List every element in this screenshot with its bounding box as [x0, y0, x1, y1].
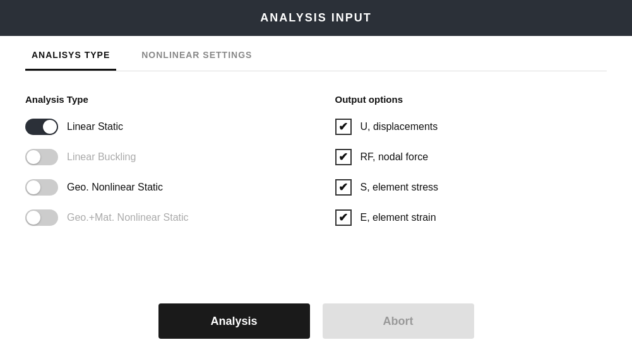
label-geo-mat-nonlinear: Geo.+Mat. Nonlinear Static	[67, 212, 189, 223]
option-linear-buckling[interactable]: Linear Buckling	[25, 149, 297, 165]
dialog-title: ANALYSIS INPUT	[260, 11, 371, 24]
checkbox-u-displacements-box[interactable]: ✔	[335, 119, 352, 135]
toggle-thumb-geo-nonlinear	[27, 180, 40, 194]
dialog: ANALYSIS INPUT ANALISYS TYPE NONLINEAR S…	[0, 0, 632, 364]
tab-analysis-type[interactable]: ANALISYS TYPE	[25, 36, 116, 71]
toggle-linear-static[interactable]	[25, 119, 58, 135]
dialog-header: ANALYSIS INPUT	[0, 0, 632, 36]
checkbox-e-element-strain-box[interactable]: ✔	[335, 209, 352, 226]
tabs: ANALISYS TYPE NONLINEAR SETTINGS	[25, 36, 607, 71]
label-rf-nodal-force: RF, nodal force	[361, 151, 429, 163]
label-linear-buckling: Linear Buckling	[67, 151, 136, 163]
checkmark-rf-nodal-force: ✔	[338, 151, 348, 163]
checkbox-s-element-stress-box[interactable]: ✔	[335, 179, 352, 196]
toggle-thumb-geo-mat-nonlinear	[27, 211, 40, 225]
abort-button[interactable]: Abort	[323, 303, 474, 339]
toggle-thumb-linear-static	[43, 120, 57, 134]
checkbox-u-displacements[interactable]: ✔ U, displacements	[335, 119, 607, 135]
left-panel: Analysis Type Linear Static Linear Buckl…	[25, 94, 297, 285]
right-panel: Output options ✔ U, displacements ✔ RF, …	[335, 94, 607, 285]
checkbox-e-element-strain[interactable]: ✔ E, element strain	[335, 209, 607, 226]
label-u-displacements: U, displacements	[361, 121, 438, 132]
content-area: Analysis Type Linear Static Linear Buckl…	[25, 94, 607, 285]
option-linear-static[interactable]: Linear Static	[25, 119, 297, 135]
button-row: Analysis Abort	[25, 303, 607, 339]
label-s-element-stress: S, element stress	[361, 182, 439, 193]
dialog-body: ANALISYS TYPE NONLINEAR SETTINGS Analysi…	[0, 36, 632, 364]
toggle-geo-nonlinear-static[interactable]	[25, 179, 58, 196]
label-linear-static: Linear Static	[67, 121, 123, 132]
analysis-type-title: Analysis Type	[25, 94, 297, 105]
option-geo-mat-nonlinear[interactable]: Geo.+Mat. Nonlinear Static	[25, 209, 297, 226]
analysis-button[interactable]: Analysis	[158, 303, 310, 339]
checkmark-s-element-stress: ✔	[338, 182, 348, 193]
toggle-thumb-linear-buckling	[27, 150, 40, 164]
checkbox-rf-nodal-force[interactable]: ✔ RF, nodal force	[335, 149, 607, 165]
toggle-linear-buckling[interactable]	[25, 149, 58, 165]
checkbox-rf-nodal-force-box[interactable]: ✔	[335, 149, 352, 165]
checkmark-e-element-strain: ✔	[338, 212, 348, 223]
checkmark-u-displacements: ✔	[338, 121, 348, 132]
tab-nonlinear-settings[interactable]: NONLINEAR SETTINGS	[135, 36, 258, 71]
checkbox-s-element-stress[interactable]: ✔ S, element stress	[335, 179, 607, 196]
label-e-element-strain: E, element strain	[361, 212, 436, 223]
output-options-title: Output options	[335, 94, 607, 105]
toggle-geo-mat-nonlinear[interactable]	[25, 209, 58, 226]
option-geo-nonlinear-static[interactable]: Geo. Nonlinear Static	[25, 179, 297, 196]
label-geo-nonlinear-static: Geo. Nonlinear Static	[67, 182, 163, 193]
